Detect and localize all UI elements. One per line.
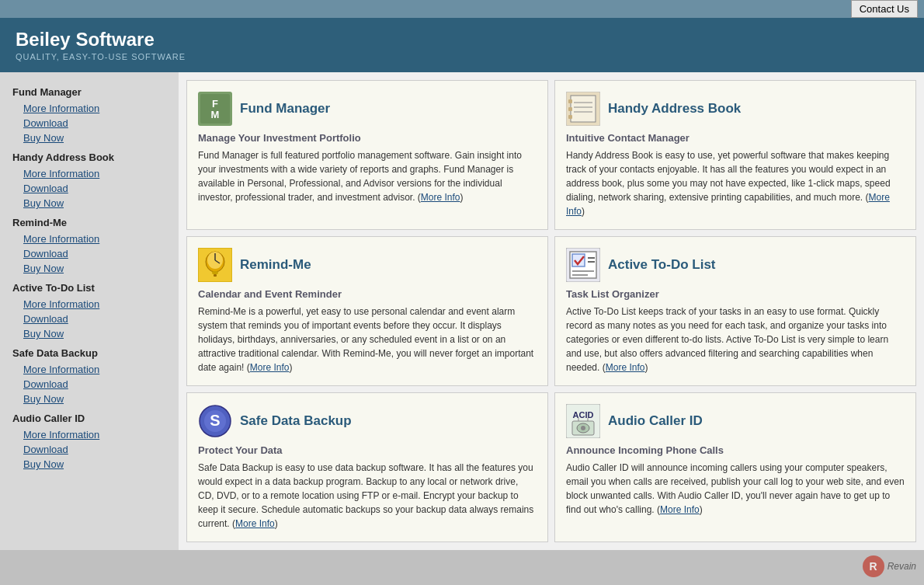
product-subtitle-remind-me: Calendar and Event Reminder	[198, 288, 537, 300]
site-subtitle: QUALITY, EASY-TO-USE SOFTWARE	[16, 52, 908, 61]
svg-rect-8	[568, 115, 572, 119]
svg-rect-18	[214, 274, 217, 277]
product-more-info-link-active-todo-list[interactable]: More Info	[606, 362, 645, 373]
product-title-active-todo-list: Active To-Do List	[608, 257, 716, 273]
product-card-safe-data-backup: S Safe Data BackupProtect Your DataSafe …	[186, 392, 548, 542]
product-card-handy-address-book: Handy Address BookIntuitive Contact Mana…	[554, 80, 916, 230]
header: Beiley Software QUALITY, EASY-TO-USE SOF…	[0, 18, 924, 72]
product-more-info-link-audio-caller-id[interactable]: More Info	[660, 504, 700, 515]
sidebar: Fund ManagerMore InformationDownloadBuy …	[0, 72, 179, 550]
sidebar-section-title-handy-address-book: Handy Address Book	[0, 145, 179, 166]
sidebar-link-more-information[interactable]: More Information	[0, 427, 179, 442]
product-subtitle-audio-caller-id: Announce Incoming Phone Calls	[566, 444, 905, 456]
main-layout: Fund ManagerMore InformationDownloadBuy …	[0, 72, 924, 550]
product-title-audio-caller-id: Audio Caller ID	[608, 413, 703, 429]
product-header-safe-data-backup: S Safe Data Backup	[198, 404, 537, 438]
product-desc-safe-data-backup: Safe Data Backup is easy to use data bac…	[198, 461, 537, 531]
sidebar-link-download[interactable]: Download	[0, 116, 179, 131]
sidebar-link-more-information[interactable]: More Information	[0, 362, 179, 377]
safe-data-backup-icon: S	[198, 404, 232, 438]
svg-rect-17	[212, 271, 218, 274]
svg-rect-6	[568, 99, 572, 103]
product-header-fund-manager: F M Fund Manager	[198, 92, 537, 126]
sidebar-link-download[interactable]: Download	[0, 246, 179, 261]
product-desc-remind-me: Remind-Me is a powerful, yet easy to use…	[198, 305, 537, 374]
product-header-remind-me: Remind-Me	[198, 248, 537, 282]
sidebar-link-download[interactable]: Download	[0, 312, 179, 326]
product-card-fund-manager: F M Fund ManagerManage Your Investment P…	[186, 80, 548, 230]
product-title-safe-data-backup: Safe Data Backup	[240, 413, 352, 429]
product-title-remind-me: Remind-Me	[240, 257, 311, 273]
svg-text:M: M	[211, 109, 220, 120]
svg-text:F: F	[212, 98, 218, 110]
product-desc-audio-caller-id: Audio Caller ID will announce incoming c…	[566, 461, 905, 517]
product-more-info-link-safe-data-backup[interactable]: More Info	[235, 518, 275, 529]
handy-address-book-icon	[566, 92, 600, 126]
sidebar-link-download[interactable]: Download	[0, 181, 179, 196]
svg-rect-7	[568, 107, 572, 111]
sidebar-link-buy-now[interactable]: Buy Now	[0, 261, 179, 276]
fund-manager-icon: F M	[198, 92, 232, 126]
sidebar-section-title-fund-manager: Fund Manager	[0, 80, 179, 101]
product-subtitle-active-todo-list: Task List Organizer	[566, 288, 905, 300]
product-more-info-link-handy-address-book[interactable]: More Info	[566, 192, 890, 217]
sidebar-link-buy-now[interactable]: Buy Now	[0, 326, 179, 341]
site-title: Beiley Software	[16, 29, 908, 50]
product-header-audio-caller-id: ACID Audio Caller ID	[566, 404, 905, 438]
audio-caller-id-icon: ACID	[566, 404, 600, 438]
product-more-info-link-fund-manager[interactable]: More Info	[421, 192, 460, 203]
product-subtitle-fund-manager: Manage Your Investment Portfolio	[198, 132, 537, 144]
product-card-remind-me: Remind-MeCalendar and Event ReminderRemi…	[186, 236, 548, 386]
sidebar-link-more-information[interactable]: More Information	[0, 297, 179, 312]
svg-text:ACID: ACID	[573, 410, 594, 420]
content-area: F M Fund ManagerManage Your Investment P…	[179, 72, 924, 550]
sidebar-section-title-remind-me: Remind-Me	[0, 211, 179, 232]
svg-text:S: S	[210, 412, 220, 429]
remind-me-icon	[198, 248, 232, 282]
product-more-info-link-remind-me[interactable]: More Info	[250, 362, 290, 373]
sidebar-link-buy-now[interactable]: Buy Now	[0, 457, 179, 472]
sidebar-link-buy-now[interactable]: Buy Now	[0, 131, 179, 145]
svg-point-33	[581, 426, 585, 430]
product-subtitle-safe-data-backup: Protect Your Data	[198, 444, 537, 456]
product-grid: F M Fund ManagerManage Your Investment P…	[186, 80, 916, 542]
product-header-handy-address-book: Handy Address Book	[566, 92, 905, 126]
sidebar-link-buy-now[interactable]: Buy Now	[0, 196, 179, 211]
sidebar-section-title-active-to-do-list: Active To-Do List	[0, 276, 179, 297]
product-desc-fund-manager: Fund Manager is full featured portfolio …	[198, 148, 537, 204]
top-bar: Contact Us	[0, 0, 924, 18]
sidebar-section-title-safe-data-backup: Safe Data Backup	[0, 341, 179, 362]
product-header-active-todo-list: Active To-Do List	[566, 248, 905, 282]
sidebar-link-download[interactable]: Download	[0, 377, 179, 392]
product-desc-active-todo-list: Active To-Do List keeps track of your ta…	[566, 305, 905, 374]
sidebar-link-download[interactable]: Download	[0, 442, 179, 457]
active-todo-list-icon	[566, 248, 600, 282]
product-title-fund-manager: Fund Manager	[240, 101, 330, 117]
product-desc-handy-address-book: Handy Address Book is easy to use, yet p…	[566, 148, 905, 218]
svg-rect-5	[571, 96, 596, 122]
product-card-audio-caller-id: ACID Audio Caller IDAnnounce Incoming Ph…	[554, 392, 916, 542]
sidebar-link-buy-now[interactable]: Buy Now	[0, 392, 179, 406]
sidebar-section-title-audio-caller-id: Audio Caller ID	[0, 406, 179, 427]
sidebar-link-more-information[interactable]: More Information	[0, 166, 179, 181]
contact-us-link[interactable]: Contact Us	[851, 0, 918, 18]
sidebar-link-more-information[interactable]: More Information	[0, 101, 179, 116]
product-title-handy-address-book: Handy Address Book	[608, 101, 741, 117]
product-subtitle-handy-address-book: Intuitive Contact Manager	[566, 132, 905, 144]
sidebar-link-more-information[interactable]: More Information	[0, 232, 179, 246]
product-card-active-todo-list: Active To-Do ListTask List OrganizerActi…	[554, 236, 916, 386]
